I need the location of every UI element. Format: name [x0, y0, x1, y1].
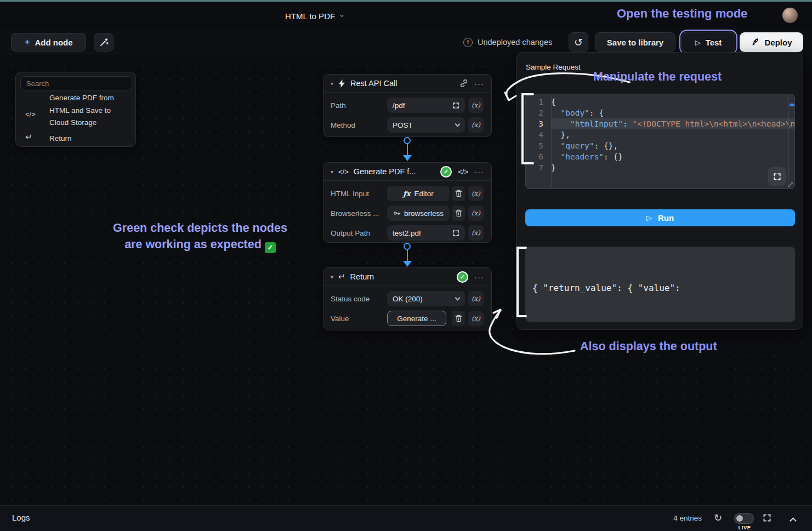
- deploy-button[interactable]: Deploy: [740, 32, 803, 52]
- code-line: 4 },: [526, 129, 794, 140]
- scrollbar-thumb[interactable]: [790, 104, 794, 106]
- variable-icon: (x): [472, 295, 480, 302]
- test-button[interactable]: ▷ Test: [682, 32, 735, 53]
- sample-request-editor[interactable]: 1 { 2 "body": { 3 "htmlInput": "<!DOCTYP…: [525, 94, 795, 189]
- variable-button[interactable]: (x): [468, 225, 484, 241]
- value-reference-pill[interactable]: Generate ...: [387, 311, 446, 326]
- output-line: { "return_value": { "value":: [532, 281, 788, 296]
- node-row-status-code: Status code OK (200) (x): [331, 291, 484, 306]
- test-label: Test: [706, 38, 722, 47]
- node-menu-button[interactable]: ···: [474, 167, 484, 176]
- fx-icon: ƒx: [403, 190, 410, 198]
- collapse-logs-button[interactable]: [791, 516, 796, 526]
- line-number: 7: [526, 162, 551, 173]
- variable-button[interactable]: (x): [468, 186, 484, 201]
- browserless-key-pill[interactable]: browserless: [387, 205, 450, 221]
- node-row-value: Value Generate ... (x): [331, 311, 484, 326]
- save-to-library-button[interactable]: Save to library: [595, 32, 675, 52]
- palette-item-line: Generate PDF from: [49, 92, 134, 105]
- code-line: 5 "query": {},: [526, 140, 794, 151]
- workflow-title: HTML to PDF: [285, 12, 335, 21]
- collapse-chevron-icon[interactable]: ▾: [331, 274, 333, 280]
- refresh-icon[interactable]: ↻: [714, 512, 722, 524]
- play-icon: ▷: [695, 38, 701, 47]
- output-path-input[interactable]: test2.pdf: [387, 225, 465, 241]
- node-body: Path /pdf (x) Method POST (x): [323, 93, 491, 138]
- palette-item-return[interactable]: Return: [49, 133, 134, 145]
- check-icon: ✓: [460, 273, 465, 281]
- variable-button[interactable]: (x): [468, 291, 484, 306]
- palette-item-line: Return: [49, 133, 134, 145]
- palette-item-line: HTML and Save to: [49, 105, 134, 117]
- topbar: HTML to PDF Open the testing mode: [0, 2, 812, 30]
- status-code-select[interactable]: OK (200): [387, 291, 465, 306]
- collapse-chevron-icon[interactable]: ▾: [331, 169, 333, 175]
- code-icon[interactable]: </>: [458, 168, 468, 176]
- key-icon: [393, 209, 401, 217]
- code-line: 6 "headers": {}: [526, 151, 794, 162]
- palette-item-generate-pdf[interactable]: Generate PDF from HTML and Save to Cloud…: [49, 92, 134, 129]
- play-icon: ▷: [646, 214, 652, 222]
- expand-logs-button[interactable]: [763, 513, 771, 524]
- row-label: HTML Input: [331, 190, 387, 198]
- variable-icon: (x): [472, 229, 480, 237]
- deploy-label: Deploy: [764, 38, 792, 47]
- variable-button[interactable]: (x): [468, 117, 484, 133]
- html-input-editor-pill[interactable]: ƒx Editor: [387, 186, 450, 201]
- entries-count: 4 entries: [631, 514, 702, 522]
- code-line: 2 "body": {: [526, 107, 794, 118]
- variable-button[interactable]: (x): [468, 311, 484, 326]
- variable-button[interactable]: (x): [468, 98, 484, 113]
- node-row-path: Path /pdf (x): [331, 98, 484, 113]
- expand-icon[interactable]: [452, 102, 459, 109]
- node-title: Rest API Call: [350, 79, 455, 88]
- code-icon: </>: [25, 110, 36, 118]
- version-history-button[interactable]: ↺: [569, 32, 588, 52]
- row-label: Path: [331, 101, 387, 110]
- browserless-value: browserless: [404, 209, 444, 218]
- node-title: Generate PDF f...: [354, 167, 435, 176]
- expand-icon[interactable]: [452, 230, 459, 237]
- add-node-button[interactable]: + Add node: [11, 33, 86, 52]
- node-menu-button[interactable]: ···: [474, 79, 484, 88]
- annotation-open-testing-mode: Open the testing mode: [617, 7, 747, 21]
- delete-value-button[interactable]: [452, 311, 465, 326]
- node-rest-api-call: ▾ Rest API Call ··· Path /pdf: [323, 74, 492, 137]
- add-node-label: Add node: [35, 38, 72, 47]
- node-palette: </> Generate PDF from HTML and Save to C…: [15, 72, 136, 147]
- collapse-chevron-icon[interactable]: ▾: [331, 81, 333, 87]
- path-value: /pdf: [393, 101, 405, 110]
- expand-icon: [763, 513, 771, 522]
- delete-value-button[interactable]: [452, 205, 465, 221]
- sample-request-label: Sample Request: [526, 63, 581, 71]
- run-button[interactable]: ▷ Run: [525, 209, 795, 226]
- resize-handle[interactable]: [788, 182, 793, 187]
- undeployed-changes-status: ! Undeployed changes: [463, 30, 552, 54]
- line-number: 2: [526, 107, 551, 118]
- variable-button[interactable]: (x): [468, 205, 484, 221]
- link-icon[interactable]: [459, 79, 468, 88]
- annotation-line: are working as expected✓: [96, 236, 304, 253]
- plus-icon: +: [24, 37, 30, 48]
- magic-wand-button[interactable]: [94, 33, 113, 52]
- return-icon: ↵: [338, 272, 345, 282]
- run-output: { "return_value": { "value": "https://st…: [525, 247, 795, 322]
- node-return: ▾ ↵ Return ✓ ··· Status code OK (200) (x…: [323, 267, 492, 330]
- delete-value-button[interactable]: [452, 186, 465, 201]
- chevron-down-icon: [340, 13, 344, 16]
- variable-icon: (x): [472, 209, 480, 217]
- avatar[interactable]: [782, 8, 798, 23]
- workflow-title-dropdown[interactable]: HTML to PDF: [285, 2, 343, 30]
- editor-expand-button[interactable]: [768, 167, 786, 186]
- path-input[interactable]: /pdf: [387, 98, 465, 113]
- line-number: 4: [526, 129, 551, 140]
- test-panel: Sample Request 1 { 2 "body": { 3 "htmlIn…: [516, 52, 803, 330]
- live-toggle[interactable]: [734, 513, 754, 524]
- method-select[interactable]: POST: [387, 117, 465, 133]
- connector-arrow: [403, 155, 412, 161]
- scrollbar-gutter: [788, 95, 789, 187]
- node-menu-button[interactable]: ···: [474, 272, 484, 282]
- line-number: 5: [526, 140, 551, 151]
- logs-bar: Logs 4 entries ↻: [0, 505, 812, 531]
- search-input[interactable]: [20, 76, 132, 90]
